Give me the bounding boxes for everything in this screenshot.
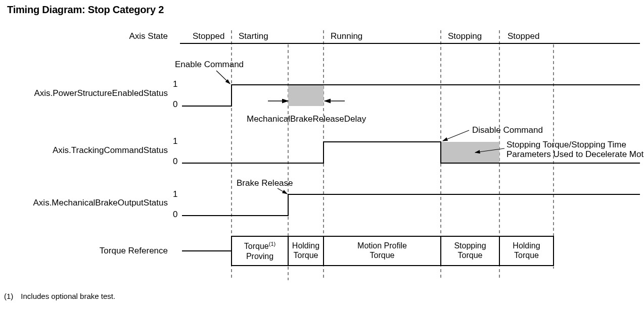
timing-diagram: Timing Diagram: Stop Category 2 Axis Sta…	[0, 0, 644, 310]
svg-rect-11	[441, 142, 499, 163]
svg-line-10	[216, 71, 230, 84]
svg-line-12	[443, 130, 469, 141]
svg-rect-16	[232, 236, 554, 266]
svg-line-14	[278, 188, 287, 194]
diagram-svg	[0, 0, 644, 310]
svg-rect-7	[288, 85, 324, 106]
